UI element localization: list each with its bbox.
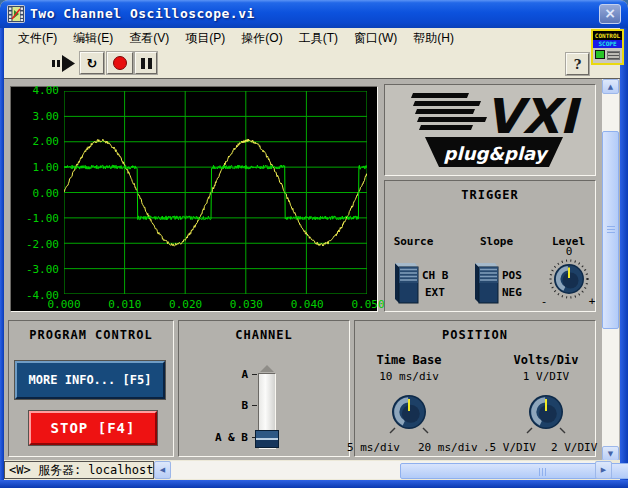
menu-item-view[interactable]: 查看(V) <box>121 29 177 48</box>
vxi-plugplay-logo: VXI plug&play <box>385 85 595 175</box>
volts-div-value: 1 V/DIV <box>510 370 582 383</box>
front-panel: 4.003.002.001.000.00-1.00-2.00-3.00-4.00… <box>4 79 620 460</box>
program-control-title: PROGRAM CONTROL <box>9 328 173 342</box>
plugplay-logo-text: plug&play <box>444 143 549 164</box>
position-title: POSITION <box>355 328 595 342</box>
time-base-max: 20 ms/div <box>418 441 478 454</box>
volts-div-knob[interactable] <box>524 387 568 437</box>
source-option-ext[interactable]: EXT <box>425 286 445 299</box>
time-base-value: 10 ms/div <box>373 370 445 383</box>
y-axis-tick-labels: 4.003.002.001.000.00-1.00-2.00-3.00-4.00 <box>13 85 59 301</box>
oscilloscope-icon <box>593 48 622 63</box>
volts-div-max: 2 V/DIV <box>551 441 597 454</box>
program-control-panel: PROGRAM CONTROL MORE INFO... [F5] STOP [… <box>8 320 174 457</box>
trigger-panel: TRIGGER Source Slope Level CH B EXT <box>384 180 596 312</box>
position-panel: POSITION Time Base 10 ms/div 5 ms/div 20… <box>354 320 596 457</box>
volts-div-label: Volts/Div <box>504 353 588 367</box>
scroll-up-icon[interactable]: ▲ <box>602 79 619 94</box>
badge-scope-text: SCOPE <box>593 40 622 48</box>
channel-tick-b: B <box>206 400 248 412</box>
x-axis-tick-labels: 0.0000.0100.0200.0300.0400.050 <box>46 298 386 311</box>
source-label: Source <box>386 235 441 248</box>
scroll-down-icon[interactable]: ▼ <box>602 446 619 461</box>
volts-div-min: .5 V/DIV <box>483 441 536 454</box>
stop-button[interactable]: STOP [F4] <box>29 411 157 445</box>
run-arrow-icon[interactable] <box>52 54 76 73</box>
channel-panel: CHANNEL A B A & B <box>178 320 350 457</box>
toolbar: ↻ ? <box>4 48 620 79</box>
menu-item-file[interactable]: 文件(F) <box>10 29 65 48</box>
time-base-min: 5 ms/div <box>347 441 400 454</box>
slope-option-pos[interactable]: POS <box>502 269 522 282</box>
menu-item-tools[interactable]: 工具(T) <box>291 29 346 48</box>
menu-item-window[interactable]: 窗口(W) <box>346 29 405 48</box>
menu-item-edit[interactable]: 编辑(E) <box>65 29 121 48</box>
close-button[interactable]: × <box>599 4 621 24</box>
badge-control-text: CONTROL <box>593 31 622 40</box>
scroll-right-icon[interactable]: ▶ <box>595 461 612 479</box>
help-button[interactable]: ? <box>566 53 589 75</box>
horizontal-scrollbar[interactable] <box>171 461 595 479</box>
waveform-graph[interactable]: 4.003.002.001.000.00-1.00-2.00-3.00-4.00… <box>10 86 378 312</box>
channel-slider-handle[interactable] <box>255 430 279 448</box>
level-max-symbol: + <box>586 295 598 308</box>
channel-tick-a: A <box>206 369 248 381</box>
vertical-scrollbar-thumb[interactable] <box>602 131 619 329</box>
titlebar[interactable]: Two Channel Oscilloscope.vi × <box>0 0 628 28</box>
horizontal-scrollbar-thumb[interactable] <box>400 463 628 479</box>
menu-item-operate[interactable]: 操作(O) <box>233 29 290 48</box>
abort-circle <box>113 56 127 70</box>
menu-item-project[interactable]: 项目(P) <box>177 29 233 48</box>
source-switch[interactable] <box>393 261 419 305</box>
menu-item-help[interactable]: 帮助(H) <box>405 29 462 48</box>
abort-execution-icon[interactable] <box>107 52 133 74</box>
level-knob[interactable] <box>547 257 591 301</box>
slope-switch[interactable] <box>473 261 499 305</box>
vxi-logo-panel: VXI plug&play <box>384 84 596 176</box>
source-option-chb[interactable]: CH B <box>422 269 449 282</box>
vxi-logo-text: VXI <box>485 88 582 144</box>
pause-icon[interactable] <box>135 52 157 74</box>
slider-pointer <box>260 365 274 372</box>
more-info-button[interactable]: MORE INFO... [F5] <box>15 361 165 399</box>
labview-vi-icon <box>7 5 25 23</box>
time-base-knob[interactable] <box>387 387 431 437</box>
level-min-symbol: - <box>538 295 550 308</box>
window-border-right <box>620 28 628 480</box>
trigger-title: TRIGGER <box>385 188 595 202</box>
time-base-label: Time Base <box>367 353 451 367</box>
continuous-run-icon[interactable]: ↻ <box>80 52 104 74</box>
plot-area <box>64 91 367 294</box>
menubar: 文件(F) 编辑(E) 查看(V) 项目(P) 操作(O) 工具(T) 窗口(W… <box>4 28 620 48</box>
channel-title: CHANNEL <box>179 328 349 342</box>
vi-window: Two Channel Oscilloscope.vi × 文件(F) 编辑(E… <box>0 0 628 488</box>
window-title: Two Channel Oscilloscope.vi <box>30 6 255 21</box>
status-bar: <W> 服务器: localhost ◀ ▶ <box>4 460 620 480</box>
window-border-bottom <box>0 480 628 488</box>
scroll-left-icon[interactable]: ◀ <box>154 461 171 479</box>
execution-target-indicator[interactable]: <W> 服务器: localhost <box>4 461 154 479</box>
slope-option-neg[interactable]: NEG <box>502 286 522 299</box>
vi-icon-badge: CONTROL SCOPE <box>591 29 624 65</box>
channel-tick-ab: A & B <box>206 432 248 444</box>
slope-label: Slope <box>469 235 524 248</box>
